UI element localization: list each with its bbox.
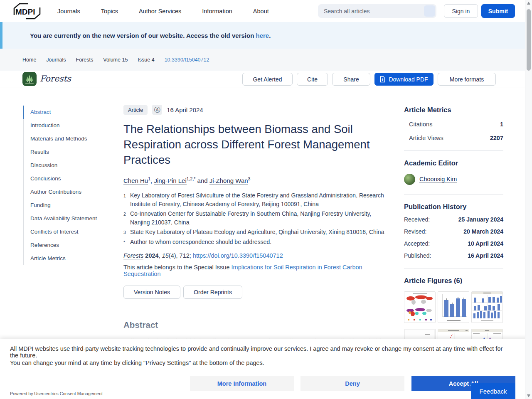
- article-title: The Relationships between Biomass and So…: [123, 121, 385, 167]
- metric-row-views: Article Views 2207: [404, 135, 503, 141]
- search-button[interactable]: [424, 5, 435, 17]
- affiliation-number: 3: [123, 228, 130, 237]
- special-issue-prefix: This article belongs to the Special Issu…: [123, 264, 232, 271]
- sidebar-item-article-metrics[interactable]: Article Metrics: [24, 252, 119, 265]
- history-label: Accepted:: [404, 240, 430, 247]
- breadcrumb-issue[interactable]: Issue 4: [138, 57, 154, 63]
- sidebar-item-references[interactable]: References: [24, 239, 119, 252]
- author-link[interactable]: Ji-Zhong Wan: [209, 177, 248, 185]
- breadcrumb: Home Journals Forests Volume 15 Issue 4 …: [0, 49, 525, 71]
- author-sep: and: [195, 177, 209, 184]
- sidebar-item-discussion[interactable]: Discussion: [24, 159, 119, 172]
- notice-text-suffix: .: [269, 32, 271, 39]
- pdf-file-icon: [380, 76, 385, 83]
- sidebar-item-introduction[interactable]: Introduction: [24, 119, 119, 132]
- editor-avatar: [404, 174, 415, 185]
- publication-history-heading: Publication History: [404, 203, 503, 211]
- scrollbar-down-icon[interactable]: [527, 394, 530, 397]
- history-row-received: Received: 25 January 2024: [404, 216, 503, 223]
- doi-link[interactable]: https://doi.org/10.3390/f15040712: [193, 252, 283, 259]
- affiliation-number: 2: [123, 209, 130, 227]
- scrollbar-thumb[interactable]: [527, 9, 531, 71]
- affiliation-text: State Key Laboratory of Plateau Ecology …: [130, 228, 389, 237]
- editor-row: Choonsig Kim: [404, 174, 503, 185]
- article-figures-heading: Article Figures (6): [404, 277, 503, 285]
- more-formats-button[interactable]: More formats: [438, 73, 496, 86]
- search-input[interactable]: [318, 8, 424, 15]
- nav-about[interactable]: About: [253, 8, 269, 15]
- author-sup: 3: [248, 176, 251, 181]
- deny-button[interactable]: Deny: [300, 376, 404, 391]
- breadcrumb-volume[interactable]: Volume 15: [103, 57, 128, 63]
- correspondence-text: Author to whom correspondence should be …: [130, 238, 389, 247]
- figure-thumbnail-bar-chart[interactable]: [438, 291, 469, 323]
- sidebar-item-data-availability[interactable]: Data Availability Statement: [24, 212, 119, 225]
- metric-label: Citations: [409, 121, 432, 128]
- authors-line: Chen Hu1, Jing-Pin Lei1,2,* and Ji-Zhong…: [123, 176, 389, 184]
- share-button[interactable]: Share: [332, 73, 370, 86]
- sidebar-item-conflicts[interactable]: Conflicts of Interest: [24, 225, 119, 239]
- scrollbar-up-icon[interactable]: [527, 2, 530, 5]
- sidebar-item-results[interactable]: Results: [24, 145, 119, 159]
- nav-journals[interactable]: Journals: [57, 8, 80, 15]
- nav-information[interactable]: Information: [202, 8, 232, 15]
- more-information-button[interactable]: More Information: [190, 376, 294, 391]
- author-sup: 1,2,*: [187, 176, 196, 181]
- get-alerted-button[interactable]: Get Alerted: [242, 73, 293, 86]
- author-link[interactable]: Jing-Pin Lei: [154, 177, 186, 185]
- sign-in-button[interactable]: Sign in: [444, 4, 478, 18]
- sidebar-item-conclusions[interactable]: Conclusions: [24, 172, 119, 185]
- submit-button[interactable]: Submit: [481, 4, 515, 18]
- article-action-buttons: Version Notes Order Reprints: [123, 286, 389, 299]
- affiliation-row: 1 Key Laboratory of Forest Silviculture …: [123, 191, 389, 209]
- sidebar-item-materials-methods[interactable]: Materials and Methods: [24, 132, 119, 145]
- download-pdf-button[interactable]: Download PDF: [374, 73, 433, 86]
- correspondence-row: * Author to whom correspondence should b…: [123, 238, 389, 247]
- journal-actions: Get Alerted Cite Share Download PDF More…: [242, 73, 496, 86]
- citation-issue-pages: (4), 712;: [169, 252, 193, 259]
- author-link[interactable]: Chen Hu: [123, 177, 148, 185]
- breadcrumb-doi-link[interactable]: 10.3390/f15040712: [165, 57, 209, 63]
- forests-trees-icon: [22, 72, 37, 86]
- breadcrumb-home[interactable]: Home: [22, 57, 36, 63]
- history-row-accepted: Accepted: 10 April 2024: [404, 240, 503, 247]
- notice-text: You are currently on the new version of …: [30, 32, 271, 39]
- breadcrumb-journals[interactable]: Journals: [46, 57, 66, 63]
- divider: [404, 268, 503, 268]
- figure-thumbnail-multipanel-bars[interactable]: [471, 291, 503, 323]
- affiliation-number: 1: [123, 191, 130, 209]
- nav-topics[interactable]: Topics: [101, 8, 118, 15]
- citation-journal-link[interactable]: Forests: [123, 252, 143, 259]
- affiliation-text: Key Laboratory of Forest Silviculture of…: [130, 191, 389, 209]
- page-scrollbar[interactable]: [525, 0, 532, 399]
- version-notice-banner: You are currently on the new version of …: [0, 22, 525, 49]
- history-value: 20 March 2024: [463, 228, 503, 235]
- affiliations: 1 Key Laboratory of Forest Silviculture …: [123, 191, 389, 247]
- divider: [404, 194, 503, 195]
- download-pdf-label: Download PDF: [389, 76, 428, 83]
- forests-journal-logo[interactable]: [22, 72, 37, 86]
- mdpi-logo[interactable]: MDPI: [12, 2, 42, 20]
- version-notes-button[interactable]: Version Notes: [123, 286, 180, 299]
- journal-name[interactable]: Forests: [40, 74, 71, 84]
- order-reprints-button[interactable]: Order Reprints: [183, 286, 242, 299]
- divider: [404, 150, 503, 151]
- old-version-link[interactable]: here: [256, 32, 269, 39]
- metric-value: 2207: [490, 135, 503, 141]
- journal-bar: Forests Get Alerted Cite Share Download …: [0, 71, 525, 88]
- editor-name-link[interactable]: Choonsig Kim: [419, 176, 457, 183]
- article-main: Article Ⓐ 16 April 2024 The Relationship…: [123, 105, 389, 344]
- nav-author-services[interactable]: Author Services: [139, 8, 181, 15]
- figure-thumbnail-world-map[interactable]: [404, 291, 436, 323]
- metric-row-citations: Citations 1: [404, 121, 503, 128]
- affiliation-row: 3 State Key Laboratory of Plateau Ecolog…: [123, 228, 389, 237]
- sidebar-item-abstract[interactable]: Abstract: [23, 106, 119, 119]
- main-nav: Journals Topics Author Services Informat…: [57, 8, 269, 15]
- breadcrumb-forests[interactable]: Forests: [76, 57, 94, 63]
- citation-volume: 15: [162, 252, 169, 259]
- feedback-button[interactable]: Feedback: [471, 383, 515, 399]
- cite-button[interactable]: Cite: [297, 73, 328, 86]
- sidebar-item-author-contributions[interactable]: Author Contributions: [24, 185, 119, 199]
- search-box: [318, 4, 436, 18]
- sidebar-item-funding[interactable]: Funding: [24, 199, 119, 212]
